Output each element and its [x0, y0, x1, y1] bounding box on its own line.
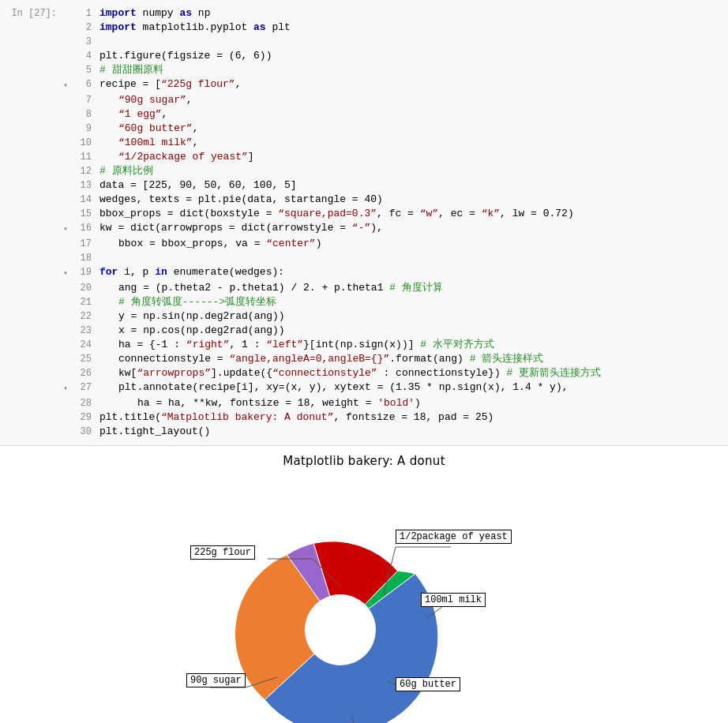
annotation-butter: 60g butter: [396, 677, 460, 691]
line-number: 24: [74, 338, 99, 352]
collapse-arrow[interactable]: [63, 338, 73, 339]
plot-area: Matplotlib bakery: A donut: [0, 446, 728, 723]
collapse-arrow[interactable]: [63, 107, 73, 109]
collapse-arrow[interactable]: [63, 35, 73, 36]
line-content: bbox = bbox_props, va = “center”): [99, 237, 728, 251]
annotation-flour: 225g flour: [190, 545, 255, 560]
line-number: 23: [74, 324, 99, 338]
collapse-arrow[interactable]: [63, 150, 73, 152]
line-content: plt.annotate(recipe[i], xy=(x, y), xytex…: [99, 380, 728, 395]
line-content: plt.tight_layout(): [99, 425, 728, 439]
line-content: ha = {-1 : “right”, 1 : “left”}[int(np.s…: [99, 338, 728, 352]
collapse-arrow[interactable]: [63, 309, 73, 311]
collapse-arrow[interactable]: [63, 178, 73, 180]
code-line: 8“1 egg”,: [0, 107, 728, 122]
collapse-arrow[interactable]: [63, 193, 73, 194]
collapse-arrow[interactable]: [63, 410, 73, 412]
collapse-arrow[interactable]: [63, 237, 73, 238]
line-number: 17: [74, 237, 99, 251]
line-content: plt.title(“Matplotlib bakery: A donut”, …: [99, 410, 728, 425]
line-content: y = np.sin(np.deg2rad(ang)): [99, 309, 728, 324]
collapse-arrow[interactable]: [63, 164, 73, 166]
collapse-arrow[interactable]: [63, 21, 73, 22]
line-content: x = np.cos(np.deg2rad(ang)): [99, 324, 728, 338]
collapse-arrow[interactable]: [63, 207, 73, 208]
line-number: 14: [74, 193, 99, 207]
line-content: “1 egg”,: [99, 107, 728, 122]
plot-title: Matplotlib bakery: A donut: [16, 454, 712, 468]
line-content: for i, p in enumerate(wedges):: [99, 265, 728, 279]
code-line: 23x = np.cos(np.deg2rad(ang)): [0, 324, 728, 338]
code-line: 13data = [225, 90, 50, 60, 100, 5]: [0, 178, 728, 193]
line-number: 21: [74, 295, 99, 309]
line-number: 11: [74, 150, 99, 164]
line-content: “90g sugar”,: [99, 93, 728, 107]
line-content: # 原料比例: [99, 164, 728, 178]
code-line: 17bbox = bbox_props, va = “center”): [0, 237, 728, 251]
code-line: 21# 角度转弧度------>弧度转坐标: [0, 295, 728, 309]
collapse-arrow[interactable]: [63, 324, 73, 325]
code-line: ▾6recipe = [“225g flour”,: [0, 77, 728, 93]
line-number: 16: [74, 221, 99, 235]
line-content: wedges, texts = plt.pie(data, startangle…: [99, 193, 728, 207]
collapse-arrow[interactable]: ▾: [63, 77, 73, 93]
line-content: “60g butter”,: [99, 122, 728, 136]
line-content: kw = dict(arrowprops = dict(arrowstyle =…: [99, 221, 728, 235]
line-number: 30: [74, 425, 99, 439]
code-line: 30plt.tight_layout(): [0, 425, 728, 439]
line-content: bbox_props = dict(boxstyle = “square,pad…: [99, 207, 728, 221]
annotation-yeast: 1/2package of yeast: [396, 530, 512, 544]
line-number: 8: [74, 107, 99, 122]
collapse-arrow[interactable]: [63, 63, 73, 65]
code-line: 11“1/2package of yeast”]: [0, 150, 728, 164]
line-number: 26: [74, 366, 99, 380]
collapse-arrow[interactable]: [63, 136, 73, 137]
line-number: 22: [74, 309, 99, 324]
code-line: 2import matplotlib.pyplot as plt: [0, 21, 728, 35]
collapse-arrow[interactable]: [63, 122, 73, 123]
code-line: ▾27plt.annotate(recipe[i], xy=(x, y), xy…: [0, 380, 728, 396]
line-number: 5: [74, 63, 99, 77]
annotation-sugar: 90g sugar: [186, 673, 246, 687]
line-number: 9: [74, 122, 99, 136]
collapse-arrow[interactable]: [63, 295, 73, 297]
code-line: 7“90g sugar”,: [0, 93, 728, 107]
code-cell: In [27]:1import numpy as np2import matpl…: [0, 0, 728, 446]
code-line: 28ha = ha, **kw, fontsize = 18, weight =…: [0, 396, 728, 410]
line-content: “100ml milk”,: [99, 136, 728, 150]
code-line: 18: [0, 251, 728, 265]
line-content: import matplotlib.pyplot as plt: [99, 21, 728, 35]
code-line: In [27]:1import numpy as np: [0, 6, 728, 21]
line-content: # 甜甜圈原料: [99, 63, 728, 77]
code-line: 14wedges, texts = plt.pie(data, startang…: [0, 193, 728, 207]
line-content: ang = (p.theta2 - p.theta1) / 2. + p.the…: [99, 281, 728, 295]
collapse-arrow[interactable]: [63, 425, 73, 426]
line-content: recipe = [“225g flour”,: [99, 77, 728, 92]
line-number: 3: [74, 35, 99, 49]
code-line: 20ang = (p.theta2 - p.theta1) / 2. + p.t…: [0, 281, 728, 295]
line-number: 19: [74, 265, 99, 279]
collapse-arrow[interactable]: [63, 6, 73, 8]
code-line: 5# 甜甜圈原料: [0, 63, 728, 77]
line-number: 25: [74, 352, 99, 366]
code-line: 29plt.title(“Matplotlib bakery: A donut”…: [0, 410, 728, 425]
line-number: 18: [74, 251, 99, 265]
collapse-arrow[interactable]: [63, 49, 73, 51]
collapse-arrow[interactable]: [63, 93, 73, 95]
line-content: import numpy as np: [99, 6, 728, 21]
collapse-arrow[interactable]: [63, 396, 73, 398]
collapse-arrow[interactable]: [63, 281, 73, 283]
collapse-arrow[interactable]: ▾: [63, 380, 73, 396]
line-content: # 角度转弧度------>弧度转坐标: [99, 295, 728, 309]
chart-container: 225g flour 1/2package of yeast 100ml mil…: [167, 476, 561, 723]
line-content: connectionstyle = “angle,angleA=0,angleB…: [99, 352, 728, 366]
line-number: 7: [74, 93, 99, 107]
collapse-arrow[interactable]: [63, 352, 73, 354]
collapse-arrow[interactable]: ▾: [63, 221, 73, 237]
line-number: 12: [74, 164, 99, 178]
line-number: 20: [74, 281, 99, 295]
collapse-arrow[interactable]: [63, 366, 73, 368]
collapse-arrow[interactable]: ▾: [63, 265, 73, 281]
collapse-arrow[interactable]: [63, 251, 73, 253]
cell-label: In [27]:: [0, 6, 63, 21]
